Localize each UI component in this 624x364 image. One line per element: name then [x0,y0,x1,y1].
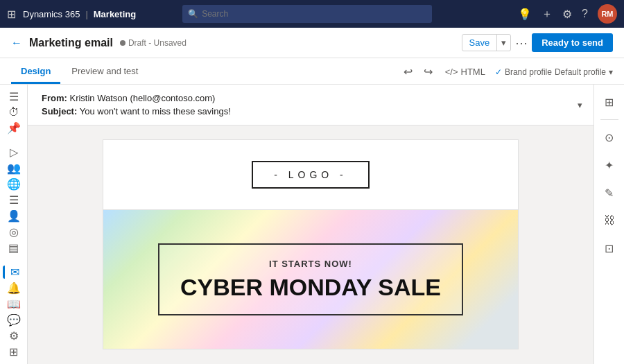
hero-subtitle: IT STARTS NOW! [180,259,441,269]
subject-label: Subject: [42,106,77,116]
sidebar-email-icon[interactable]: ✉ [3,266,25,279]
draft-status: Draft - Unsaved [120,38,187,48]
search-box: 🔍 [182,5,432,23]
redo-button[interactable]: ↪ [421,64,435,80]
logo-section[interactable]: - LOGO - [103,140,518,210]
expand-button[interactable]: ▾ [578,100,582,110]
search-input[interactable] [182,5,432,23]
avatar[interactable]: RM [598,4,617,24]
lightbulb-icon[interactable]: 💡 [518,8,532,21]
right-personalize-icon[interactable]: ✎ [598,181,621,205]
sidebar-pin-icon[interactable]: 📌 [3,121,25,135]
draft-dot [120,40,125,46]
page-title: Marketing email [29,37,113,49]
tabs-bar: Design Preview and test ↩ ↪ </> HTML ✓ B… [0,58,624,85]
sidebar-stack-icon[interactable]: ⊞ [3,345,25,358]
save-dropdown-button[interactable]: ▾ [496,35,510,51]
sidebar-settings-icon[interactable]: ⚙ [3,329,25,343]
from-label: From: [42,93,67,103]
email-meta: From: Kristin Watson (hello@contoso.com)… [28,85,593,125]
help-icon[interactable]: ? [582,8,588,20]
right-separator-1 [600,119,618,120]
hero-title: CYBER MONDAY SALE [180,275,441,300]
sidebar-analytics-icon[interactable]: ◎ [3,225,25,239]
sidebar-globe-icon[interactable]: 🌐 [3,177,25,191]
canvas-area: From: Kristin Watson (hello@contoso.com)… [28,85,593,364]
brand-chevron-icon: ▾ [609,67,613,77]
html-button[interactable]: </> HTML [441,65,489,78]
sidebar-list-icon[interactable]: ▤ [3,241,25,254]
hero-overlay: IT STARTS NOW! CYBER MONDAY SALE [103,210,518,349]
brand-profile[interactable]: ✓ Brand profile Default profile ▾ [495,67,613,77]
undo-button[interactable]: ↩ [401,64,415,80]
brand-check-icon: ✓ [495,67,502,77]
save-main-button[interactable]: Save [462,35,497,51]
from-value: Kristin Watson (hello@contoso.com) [69,93,215,103]
email-body: - LOGO - IT STARTS NOW! CYBER MONDAY SAL… [103,139,519,349]
email-content-area: - LOGO - IT STARTS NOW! CYBER MONDAY SAL… [28,125,593,363]
right-elements-icon[interactable]: ⊙ [598,125,621,149]
sidebar-recent-icon[interactable]: ⏱ [3,106,25,119]
sidebar-menu-icon[interactable]: ☰ [3,90,25,103]
header-actions: Save ▾ ⋯ Ready to send [462,33,614,52]
top-nav: ⊞ Dynamics 365 | Marketing 🔍 💡 ＋ ⚙ ? RM [0,0,624,28]
main-layout: ☰ ⏱ 📌 ▷ 👥 🌐 ☰ 👤 ◎ ▤ ✉ 🔔 📖 💬 ⚙ ⊞ ⊟ ⬆ From… [0,85,624,364]
grid-icon[interactable]: ⊞ [7,8,16,21]
module-name: Marketing [94,9,136,19]
right-section-icon[interactable]: ⊞ [598,90,621,114]
brand-profile-value: Default profile [555,67,606,77]
subject-line: Subject: You won't want to miss these sa… [42,106,580,116]
tab-design[interactable]: Design [11,60,60,84]
logo-placeholder: - LOGO - [252,161,370,189]
sidebar-tasks-icon[interactable]: ☰ [3,193,25,207]
page-header: ← Marketing email Draft - Unsaved Save ▾… [0,28,624,58]
sidebar-bell-icon[interactable]: 🔔 [3,281,25,295]
right-style-icon[interactable]: ✦ [598,153,621,177]
subject-value: You won't want to miss these savings! [80,106,231,116]
left-sidebar: ☰ ⏱ 📌 ▷ 👥 🌐 ☰ 👤 ◎ ▤ ✉ 🔔 📖 💬 ⚙ ⊞ ⊟ ⬆ [0,85,28,364]
brand-profile-label: Brand profile [505,67,552,77]
search-icon: 🔍 [188,9,198,19]
sidebar-play-icon[interactable]: ▷ [3,146,25,159]
tab-preview[interactable]: Preview and test [62,60,148,84]
back-button[interactable]: ← [11,37,22,49]
sidebar-chat-icon[interactable]: 💬 [3,313,25,327]
more-options-button[interactable]: ⋯ [515,35,528,51]
sidebar-user-icon[interactable]: 👤 [3,209,25,223]
right-link-icon[interactable]: ⛓ [598,209,621,232]
plus-icon[interactable]: ＋ [541,7,553,21]
sidebar-book-icon[interactable]: 📖 [3,297,25,311]
right-assets-icon[interactable]: ⊡ [598,236,621,260]
hero-section[interactable]: IT STARTS NOW! CYBER MONDAY SALE [103,210,518,349]
sidebar-people-icon[interactable]: 👥 [3,162,25,175]
ready-to-send-button[interactable]: Ready to send [532,33,613,52]
brand-area: Dynamics 365 | Marketing [23,9,136,19]
sidebar-group-icon[interactable]: ⊟ [3,361,25,364]
from-line: From: Kristin Watson (hello@contoso.com) [42,93,580,103]
app-name: Dynamics 365 [23,9,80,19]
gear-icon[interactable]: ⚙ [562,8,572,21]
save-button-group: Save ▾ [462,34,512,51]
draft-status-text: Draft - Unsaved [128,38,187,48]
tab-toolbar: ↩ ↪ </> HTML ✓ Brand profile Default pro… [401,64,613,84]
nav-actions: 💡 ＋ ⚙ ? RM [518,4,617,24]
html-icon: </> [445,67,458,77]
hero-inner-box: IT STARTS NOW! CYBER MONDAY SALE [158,243,463,315]
right-sidebar: ⊞ ⊙ ✦ ✎ ⛓ ⊡ [593,85,624,364]
